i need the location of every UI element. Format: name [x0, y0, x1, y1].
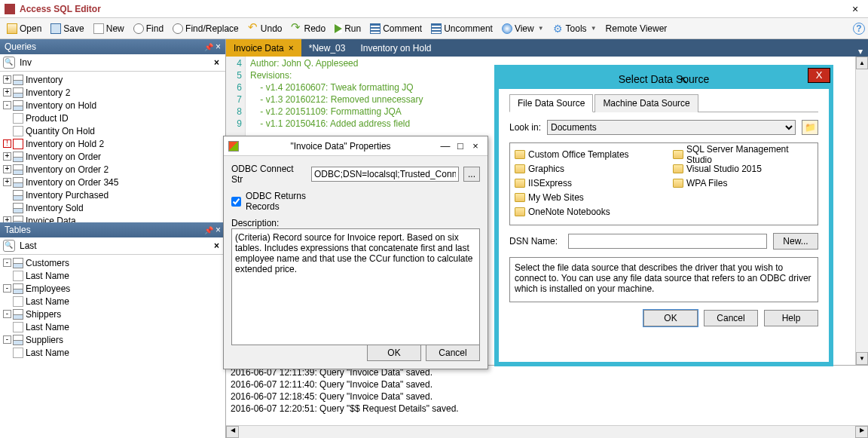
scroll-down-button[interactable]: ▼ — [856, 352, 868, 365]
tree-item-label: Last Name — [26, 322, 69, 332]
undo-button[interactable]: Undo — [244, 22, 286, 35]
look-in-select[interactable]: Documents — [547, 120, 796, 135]
tree-item[interactable]: Last Name — [2, 346, 224, 359]
tab-list-button[interactable]: ▾ — [853, 46, 868, 57]
pin-icon[interactable]: 📌 — [204, 226, 213, 234]
cancel-button[interactable]: Cancel — [426, 345, 480, 361]
folder-up-button[interactable]: 📁 — [802, 120, 818, 135]
help-button[interactable]: ? — [853, 23, 865, 35]
new-button[interactable]: New... — [773, 233, 818, 250]
odbc-connect-input[interactable] — [311, 167, 459, 182]
expand-toggle[interactable]: + — [3, 152, 11, 161]
run-button[interactable]: Run — [331, 22, 365, 35]
tree-item[interactable]: +Inventory on Order 345 — [2, 176, 224, 188]
tree-item[interactable]: Last Name — [2, 269, 224, 282]
clear-filter-button[interactable]: × — [211, 57, 222, 68]
tree-item[interactable]: Last Name — [2, 320, 224, 333]
panel-close-button[interactable]: × — [215, 41, 221, 52]
tree-item[interactable]: -Customers — [2, 256, 224, 269]
folder-item[interactable]: IISExpress — [515, 176, 658, 189]
folder-item[interactable]: My Web Sites — [515, 191, 658, 204]
close-button[interactable]: × — [468, 140, 483, 152]
tree-item[interactable]: -Shippers — [2, 308, 224, 320]
pin-icon[interactable]: 📌 — [204, 43, 213, 51]
clear-filter-button[interactable]: × — [211, 240, 222, 251]
comment-button[interactable]: Comment — [366, 22, 426, 35]
folder-item[interactable]: WPA Files — [673, 176, 816, 189]
tables-filter-input[interactable] — [18, 239, 211, 253]
expand-toggle[interactable]: + — [3, 88, 11, 96]
new-button[interactable]: New — [90, 22, 128, 35]
find-replace-button[interactable]: Find/Replace — [169, 22, 243, 35]
tools-button[interactable]: Tools▼ — [549, 22, 601, 35]
folder-item[interactable]: Visual Studio 2015 — [673, 162, 816, 175]
description-textbox[interactable]: (Criteria) Record source for Invoice rep… — [231, 228, 480, 345]
save-button[interactable]: Save — [47, 22, 87, 35]
folder-item[interactable]: Custom Office Templates — [515, 148, 658, 161]
expand-toggle[interactable]: - — [3, 335, 11, 344]
tables-tree[interactable]: -CustomersLast Name-EmployeesLast Name-S… — [0, 255, 225, 438]
expand-toggle[interactable]: + — [3, 216, 11, 222]
tree-item[interactable]: -Inventory on Hold — [2, 99, 224, 112]
find-button[interactable]: Find — [130, 22, 167, 35]
open-button[interactable]: Open — [3, 22, 45, 35]
queries-tree[interactable]: +Inventory+Inventory 2-Inventory on Hold… — [0, 72, 225, 222]
tab-file-data-source[interactable]: File Data Source — [509, 94, 593, 112]
window-icon — [228, 141, 239, 152]
tree-item[interactable]: +Inventory on Order — [2, 150, 224, 163]
redo-button[interactable]: Redo — [287, 22, 329, 35]
folder-item[interactable]: OneNote Notebooks — [515, 205, 658, 218]
editor-tab[interactable]: Invoice Data× — [226, 39, 301, 57]
ok-button[interactable]: OK — [367, 345, 421, 361]
tree-item[interactable]: Product ID — [2, 112, 224, 124]
tree-item[interactable]: !Inventory on Hold 2 — [2, 137, 224, 150]
maximize-button[interactable]: □ — [453, 140, 468, 152]
editor-tab[interactable]: *New_03 — [301, 39, 353, 57]
tree-item[interactable]: Quantity On Hold — [2, 124, 224, 137]
expand-toggle[interactable]: + — [3, 178, 11, 186]
uncomment-button[interactable]: Uncomment — [427, 22, 497, 35]
expand-toggle[interactable]: - — [3, 284, 11, 293]
folder-item[interactable]: Graphics — [515, 162, 658, 175]
remote-viewer-button[interactable]: Remote Viewer — [602, 22, 671, 35]
tree-item[interactable]: +Invoice Data — [2, 214, 224, 222]
expand-toggle[interactable]: - — [3, 101, 11, 109]
help-button[interactable]: Help — [764, 310, 818, 326]
tree-item[interactable]: -Employees — [2, 282, 224, 295]
browse-button[interactable]: ... — [463, 167, 480, 182]
scroll-right-button[interactable]: ▶ — [855, 426, 868, 438]
file-list[interactable]: Custom Office TemplatesGraphicsIISExpres… — [509, 142, 818, 225]
tree-item[interactable]: -Suppliers — [2, 333, 224, 346]
dialog-titlebar[interactable]: Select Data Source ↖ X — [499, 69, 829, 89]
scroll-left-button[interactable]: ◀ — [226, 426, 239, 438]
vertical-scrollbar[interactable]: ▲ ▼ — [855, 57, 868, 365]
view-button[interactable]: View▼ — [498, 22, 548, 35]
tree-item[interactable]: +Inventory on Order 2 — [2, 163, 224, 176]
close-button[interactable]: × — [847, 3, 863, 15]
folder-item[interactable]: SQL Server Management Studio — [673, 148, 816, 161]
editor-tab[interactable]: Inventory on Hold — [353, 39, 439, 57]
queries-filter-input[interactable] — [18, 56, 211, 69]
tree-item[interactable]: +Inventory — [2, 73, 224, 86]
tab-machine-data-source[interactable]: Machine Data Source — [594, 94, 698, 112]
expand-toggle[interactable]: + — [3, 165, 11, 173]
dsn-name-input[interactable] — [568, 234, 767, 249]
tree-item[interactable]: Inventory Sold — [2, 201, 224, 214]
close-button[interactable]: X — [808, 68, 830, 83]
expand-toggle[interactable]: + — [3, 75, 11, 84]
tab-close-button[interactable]: × — [289, 43, 294, 54]
panel-close-button[interactable]: × — [215, 225, 221, 235]
returns-records-label: ODBC Returns Records — [246, 191, 321, 212]
expand-toggle[interactable]: - — [3, 310, 11, 318]
dialog-titlebar[interactable]: "Invoice Data" Properties — □ × — [224, 136, 487, 156]
tree-item[interactable]: Last Name — [2, 295, 224, 308]
ok-button[interactable]: OK — [643, 310, 698, 326]
tree-item[interactable]: +Inventory 2 — [2, 86, 224, 99]
expand-toggle[interactable]: - — [3, 259, 11, 267]
tree-item[interactable]: Inventory Purchased — [2, 188, 224, 201]
returns-records-checkbox[interactable] — [231, 197, 241, 207]
cancel-button[interactable]: Cancel — [704, 310, 758, 326]
scroll-up-button[interactable]: ▲ — [856, 57, 868, 69]
minimize-button[interactable]: — — [438, 140, 453, 152]
horizontal-scrollbar[interactable]: ◀ ▶ — [226, 425, 868, 438]
